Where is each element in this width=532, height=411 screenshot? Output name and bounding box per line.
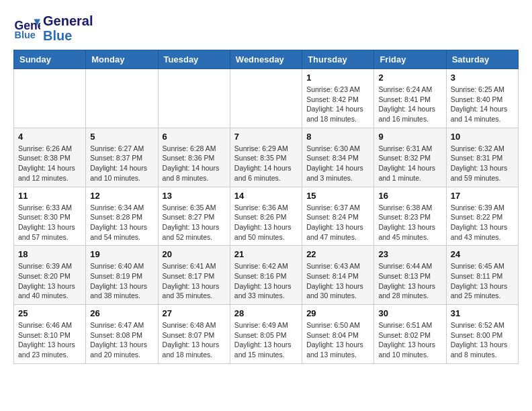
day-info: Sunrise: 6:39 AMSunset: 8:20 PMDaylight:… — [18, 261, 81, 301]
calendar-cell: 9Sunrise: 6:31 AMSunset: 8:32 PMDaylight… — [374, 128, 446, 187]
calendar-cell — [86, 69, 158, 128]
day-info: Sunrise: 6:30 AMSunset: 8:34 PMDaylight:… — [306, 144, 369, 183]
calendar-cell: 31Sunrise: 6:52 AMSunset: 8:00 PMDayligh… — [446, 305, 518, 364]
page-header: General Blue General Blue — [13, 13, 519, 43]
day-info: Sunrise: 6:44 AMSunset: 8:13 PMDaylight:… — [378, 261, 441, 301]
calendar-week-5: 25Sunrise: 6:46 AMSunset: 8:10 PMDayligh… — [14, 305, 519, 364]
weekday-header-row: SundayMondayTuesdayWednesdayThursdayFrid… — [14, 50, 519, 69]
day-number: 4 — [18, 132, 81, 142]
calendar-cell: 4Sunrise: 6:26 AMSunset: 8:38 PMDaylight… — [14, 128, 86, 187]
day-info: Sunrise: 6:37 AMSunset: 8:24 PMDaylight:… — [306, 203, 369, 242]
day-number: 21 — [234, 249, 298, 259]
day-info: Sunrise: 6:39 AMSunset: 8:22 PMDaylight:… — [451, 203, 514, 242]
day-info: Sunrise: 6:23 AMSunset: 8:42 PMDaylight:… — [306, 85, 369, 124]
day-number: 31 — [451, 308, 514, 318]
weekday-wednesday: Wednesday — [230, 50, 302, 69]
calendar-cell: 29Sunrise: 6:50 AMSunset: 8:04 PMDayligh… — [302, 305, 374, 364]
day-number: 13 — [163, 191, 226, 201]
day-number: 10 — [451, 132, 514, 142]
weekday-monday: Monday — [86, 50, 158, 69]
svg-text:Blue: Blue — [15, 30, 36, 40]
calendar-week-2: 4Sunrise: 6:26 AMSunset: 8:38 PMDaylight… — [14, 128, 519, 187]
day-info: Sunrise: 6:33 AMSunset: 8:30 PMDaylight:… — [18, 203, 81, 242]
day-info: Sunrise: 6:48 AMSunset: 8:07 PMDaylight:… — [163, 320, 226, 360]
calendar-cell — [158, 69, 230, 128]
calendar-cell: 2Sunrise: 6:24 AMSunset: 8:41 PMDaylight… — [374, 69, 446, 128]
calendar-cell: 16Sunrise: 6:38 AMSunset: 8:23 PMDayligh… — [374, 187, 446, 246]
day-number: 17 — [451, 191, 514, 201]
day-number: 27 — [163, 308, 226, 318]
calendar-week-4: 18Sunrise: 6:39 AMSunset: 8:20 PMDayligh… — [14, 246, 519, 305]
day-info: Sunrise: 6:45 AMSunset: 8:11 PMDaylight:… — [451, 261, 514, 301]
day-info: Sunrise: 6:50 AMSunset: 8:04 PMDaylight:… — [306, 320, 369, 360]
day-number: 14 — [234, 191, 298, 201]
logo: General Blue General Blue — [13, 13, 93, 43]
day-info: Sunrise: 6:25 AMSunset: 8:40 PMDaylight:… — [451, 85, 514, 124]
day-number: 22 — [306, 249, 369, 259]
day-number: 9 — [378, 132, 441, 142]
calendar-cell: 25Sunrise: 6:46 AMSunset: 8:10 PMDayligh… — [14, 305, 86, 364]
day-info: Sunrise: 6:46 AMSunset: 8:10 PMDaylight:… — [18, 320, 81, 360]
day-number: 26 — [90, 308, 153, 318]
day-info: Sunrise: 6:49 AMSunset: 8:05 PMDaylight:… — [234, 320, 298, 360]
day-number: 12 — [90, 191, 153, 201]
calendar-cell: 13Sunrise: 6:35 AMSunset: 8:27 PMDayligh… — [158, 187, 230, 246]
calendar-cell: 27Sunrise: 6:48 AMSunset: 8:07 PMDayligh… — [158, 305, 230, 364]
logo-text-general: General — [43, 13, 93, 28]
day-number: 3 — [451, 73, 514, 83]
calendar-cell: 24Sunrise: 6:45 AMSunset: 8:11 PMDayligh… — [446, 246, 518, 305]
calendar-cell: 23Sunrise: 6:44 AMSunset: 8:13 PMDayligh… — [374, 246, 446, 305]
day-info: Sunrise: 6:26 AMSunset: 8:38 PMDaylight:… — [18, 144, 81, 183]
day-number: 25 — [18, 308, 81, 318]
day-info: Sunrise: 6:27 AMSunset: 8:37 PMDaylight:… — [90, 144, 153, 183]
day-number: 19 — [90, 249, 153, 259]
calendar-cell: 10Sunrise: 6:32 AMSunset: 8:31 PMDayligh… — [446, 128, 518, 187]
day-number: 5 — [90, 132, 153, 142]
calendar-week-3: 11Sunrise: 6:33 AMSunset: 8:30 PMDayligh… — [14, 187, 519, 246]
logo-text-blue: Blue — [43, 28, 93, 43]
weekday-sunday: Sunday — [14, 50, 86, 69]
day-info: Sunrise: 6:29 AMSunset: 8:35 PMDaylight:… — [234, 144, 298, 183]
calendar-cell: 1Sunrise: 6:23 AMSunset: 8:42 PMDaylight… — [302, 69, 374, 128]
calendar-cell: 21Sunrise: 6:42 AMSunset: 8:16 PMDayligh… — [230, 246, 302, 305]
day-info: Sunrise: 6:35 AMSunset: 8:27 PMDaylight:… — [163, 203, 226, 242]
calendar-cell: 3Sunrise: 6:25 AMSunset: 8:40 PMDaylight… — [446, 69, 518, 128]
calendar-week-1: 1Sunrise: 6:23 AMSunset: 8:42 PMDaylight… — [14, 69, 519, 128]
day-number: 28 — [234, 308, 298, 318]
day-info: Sunrise: 6:36 AMSunset: 8:26 PMDaylight:… — [234, 203, 298, 242]
day-number: 24 — [451, 249, 514, 259]
calendar-cell: 22Sunrise: 6:43 AMSunset: 8:14 PMDayligh… — [302, 246, 374, 305]
day-info: Sunrise: 6:52 AMSunset: 8:00 PMDaylight:… — [451, 320, 514, 360]
weekday-friday: Friday — [374, 50, 446, 69]
day-number: 29 — [306, 308, 369, 318]
day-info: Sunrise: 6:41 AMSunset: 8:17 PMDaylight:… — [163, 261, 226, 301]
day-number: 7 — [234, 132, 298, 142]
day-number: 18 — [18, 249, 81, 259]
logo-icon: General Blue — [13, 15, 40, 42]
calendar-cell — [230, 69, 302, 128]
day-info: Sunrise: 6:24 AMSunset: 8:41 PMDaylight:… — [378, 85, 441, 124]
calendar-cell: 15Sunrise: 6:37 AMSunset: 8:24 PMDayligh… — [302, 187, 374, 246]
calendar-cell: 17Sunrise: 6:39 AMSunset: 8:22 PMDayligh… — [446, 187, 518, 246]
day-number: 20 — [163, 249, 226, 259]
day-number: 11 — [18, 191, 81, 201]
weekday-thursday: Thursday — [302, 50, 374, 69]
day-info: Sunrise: 6:43 AMSunset: 8:14 PMDaylight:… — [306, 261, 369, 301]
calendar-cell: 14Sunrise: 6:36 AMSunset: 8:26 PMDayligh… — [230, 187, 302, 246]
day-number: 16 — [378, 191, 441, 201]
day-info: Sunrise: 6:31 AMSunset: 8:32 PMDaylight:… — [378, 144, 441, 183]
day-info: Sunrise: 6:32 AMSunset: 8:31 PMDaylight:… — [451, 144, 514, 183]
calendar-cell: 5Sunrise: 6:27 AMSunset: 8:37 PMDaylight… — [86, 128, 158, 187]
calendar-table: SundayMondayTuesdayWednesdayThursdayFrid… — [13, 50, 519, 364]
day-info: Sunrise: 6:51 AMSunset: 8:02 PMDaylight:… — [378, 320, 441, 360]
day-info: Sunrise: 6:40 AMSunset: 8:19 PMDaylight:… — [90, 261, 153, 301]
day-number: 6 — [163, 132, 226, 142]
day-info: Sunrise: 6:34 AMSunset: 8:28 PMDaylight:… — [90, 203, 153, 242]
calendar-cell: 28Sunrise: 6:49 AMSunset: 8:05 PMDayligh… — [230, 305, 302, 364]
calendar-cell: 11Sunrise: 6:33 AMSunset: 8:30 PMDayligh… — [14, 187, 86, 246]
calendar-cell: 12Sunrise: 6:34 AMSunset: 8:28 PMDayligh… — [86, 187, 158, 246]
calendar-cell: 26Sunrise: 6:47 AMSunset: 8:08 PMDayligh… — [86, 305, 158, 364]
weekday-tuesday: Tuesday — [158, 50, 230, 69]
calendar-cell: 30Sunrise: 6:51 AMSunset: 8:02 PMDayligh… — [374, 305, 446, 364]
day-number: 23 — [378, 249, 441, 259]
